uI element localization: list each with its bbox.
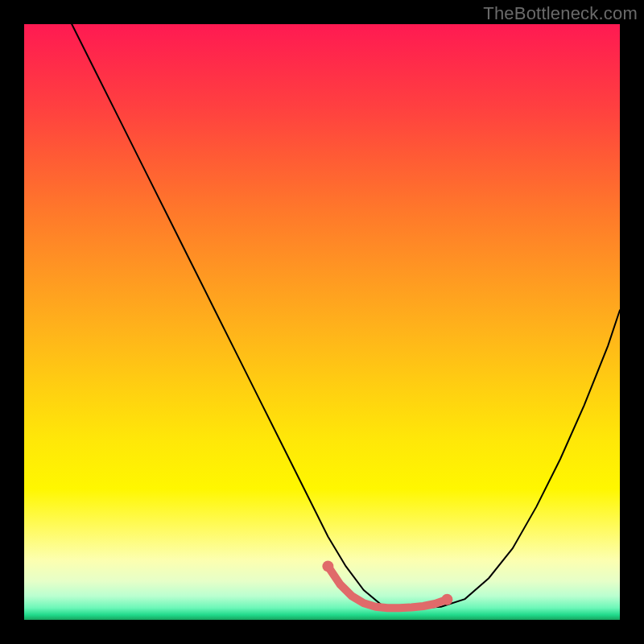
curve-svg [24, 24, 620, 620]
series-container [72, 24, 620, 608]
trough-highlight [328, 566, 447, 608]
bottleneck-curve [72, 24, 620, 608]
chart-frame: TheBottleneck.com [0, 0, 644, 644]
trough-endpoint [322, 560, 333, 572]
trough-endpoint [441, 594, 452, 605]
plot-area [24, 24, 620, 620]
watermark-text: TheBottleneck.com [483, 3, 638, 24]
